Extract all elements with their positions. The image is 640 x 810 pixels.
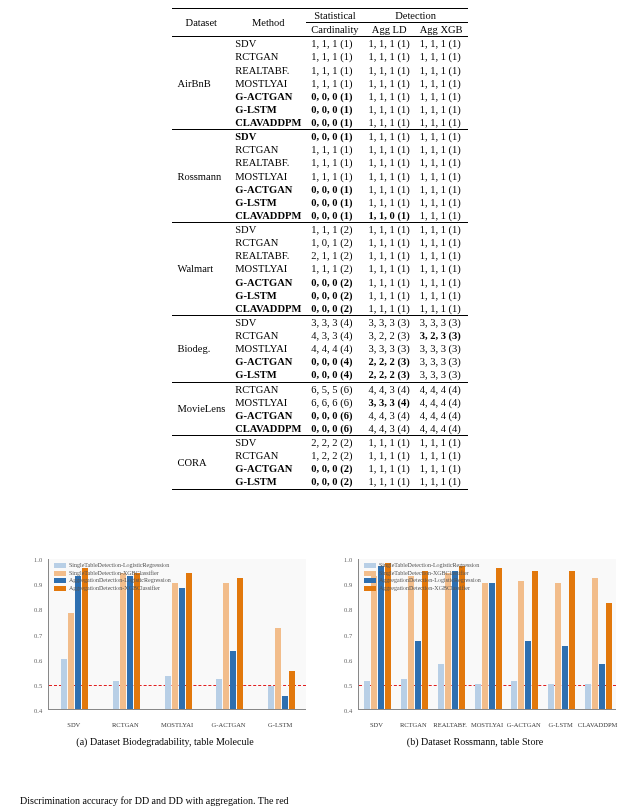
- cardinality-cell: 0, 0, 0 (1): [306, 209, 363, 223]
- table-row: Biodeg.SDV3, 3, 3 (4)3, 3, 3 (3)3, 3, 3 …: [172, 315, 467, 329]
- aggxgb-cell: 1, 1, 1 (1): [415, 462, 468, 475]
- x-tick: CLAVADDPM: [578, 721, 618, 728]
- aggld-cell: 1, 1, 1 (1): [364, 196, 415, 209]
- aggxgb-cell: 3, 3, 3 (3): [415, 342, 468, 355]
- cardinality-cell: 3, 3, 3 (4): [306, 315, 363, 329]
- legend-swatch: [54, 578, 66, 583]
- cardinality-cell: 6, 6, 6 (6): [306, 396, 363, 409]
- bar: [599, 664, 605, 709]
- method-cell: RCTGAN: [230, 382, 306, 396]
- aggld-cell: 4, 4, 3 (4): [364, 422, 415, 436]
- legend-label: SingleTableDetection-XGBClassifier: [379, 570, 469, 578]
- x-tick: MOSTLYAI: [471, 721, 503, 728]
- bar: [415, 641, 421, 709]
- cardinality-cell: 1, 1, 1 (2): [306, 262, 363, 275]
- y-tick: 0.6: [34, 656, 42, 663]
- method-cell: G-LSTM: [230, 475, 306, 489]
- method-cell: G-LSTM: [230, 289, 306, 302]
- aggxgb-cell: 4, 4, 4 (4): [415, 396, 468, 409]
- hdr-statistical: Statistical: [306, 9, 363, 23]
- cardinality-cell: 0, 0, 0 (4): [306, 368, 363, 382]
- cardinality-cell: 0, 0, 0 (6): [306, 409, 363, 422]
- legend-label: SingleTableDetection-LogisticRegression: [379, 562, 479, 570]
- method-cell: CLAVADDPM: [230, 302, 306, 316]
- chart-a: Classification Accuracy 0.40.50.60.70.80…: [20, 555, 310, 730]
- legend-label: AggregationDetection-XGBClassifier: [69, 585, 160, 593]
- aggld-cell: 1, 1, 0 (1): [364, 209, 415, 223]
- aggxgb-cell: 1, 1, 1 (1): [415, 90, 468, 103]
- cardinality-cell: 1, 1, 1 (1): [306, 37, 363, 51]
- method-cell: G-ACTGAN: [230, 355, 306, 368]
- cardinality-cell: 0, 0, 0 (2): [306, 475, 363, 489]
- aggld-cell: 1, 1, 1 (1): [364, 64, 415, 77]
- method-cell: SDV: [230, 315, 306, 329]
- bar: [216, 679, 222, 709]
- aggxgb-cell: 1, 1, 1 (1): [415, 302, 468, 316]
- aggld-cell: 3, 3, 3 (3): [364, 315, 415, 329]
- bar: [532, 571, 538, 709]
- aggxgb-cell: 1, 1, 1 (1): [415, 249, 468, 262]
- bar: [186, 573, 192, 709]
- aggxgb-cell: 4, 4, 4 (4): [415, 422, 468, 436]
- method-cell: MOSTLYAI: [230, 262, 306, 275]
- bar: [237, 578, 243, 709]
- aggxgb-cell: 1, 1, 1 (1): [415, 170, 468, 183]
- cardinality-cell: 0, 0, 0 (2): [306, 462, 363, 475]
- cardinality-cell: 2, 1, 1 (2): [306, 249, 363, 262]
- method-cell: SDV: [230, 223, 306, 237]
- bar: [75, 576, 81, 709]
- legend: SingleTableDetection-LogisticRegressionS…: [364, 562, 481, 592]
- aggxgb-cell: 1, 1, 1 (1): [415, 116, 468, 130]
- aggxgb-cell: 3, 3, 3 (3): [415, 315, 468, 329]
- method-cell: REALTABF.: [230, 249, 306, 262]
- cardinality-cell: 0, 0, 0 (1): [306, 183, 363, 196]
- hdr-method: Method: [230, 9, 306, 37]
- method-cell: RCTGAN: [230, 449, 306, 462]
- aggxgb-cell: 1, 1, 1 (1): [415, 262, 468, 275]
- aggld-cell: 3, 3, 3 (4): [364, 396, 415, 409]
- bar: [482, 583, 488, 709]
- y-tick: 0.9: [34, 581, 42, 588]
- bar: [120, 573, 126, 709]
- legend: SingleTableDetection-LogisticRegressionS…: [54, 562, 171, 592]
- bar: [562, 646, 568, 709]
- aggld-cell: 1, 1, 1 (1): [364, 302, 415, 316]
- aggxgb-cell: 1, 1, 1 (1): [415, 289, 468, 302]
- x-tick: G-ACTGAN: [212, 721, 246, 728]
- method-cell: MOSTLYAI: [230, 77, 306, 90]
- bar: [438, 664, 444, 709]
- y-tick: 0.6: [344, 656, 352, 663]
- cardinality-cell: 1, 0, 1 (2): [306, 236, 363, 249]
- method-cell: REALTABF.: [230, 156, 306, 169]
- aggxgb-cell: 3, 2, 3 (3): [415, 329, 468, 342]
- bar: [289, 671, 295, 709]
- aggld-cell: 1, 1, 1 (1): [364, 276, 415, 289]
- aggld-cell: 2, 2, 2 (3): [364, 368, 415, 382]
- method-cell: G-ACTGAN: [230, 90, 306, 103]
- bar: [606, 603, 612, 709]
- aggxgb-cell: 1, 1, 1 (1): [415, 50, 468, 63]
- dataset-name: Biodeg.: [172, 315, 230, 382]
- x-tick: G-LSTM: [549, 721, 573, 728]
- dataset-name: Walmart: [172, 223, 230, 316]
- bar: [445, 573, 451, 709]
- cardinality-cell: 0, 0, 0 (1): [306, 90, 363, 103]
- method-cell: RCTGAN: [230, 50, 306, 63]
- method-cell: G-LSTM: [230, 103, 306, 116]
- x-tick: REALTABF.: [433, 721, 467, 728]
- legend-label: SingleTableDetection-LogisticRegression: [69, 562, 169, 570]
- y-tick: 0.4: [34, 707, 42, 714]
- aggld-cell: 1, 1, 1 (1): [364, 116, 415, 130]
- method-cell: SDV: [230, 436, 306, 450]
- bar: [230, 651, 236, 709]
- bar: [489, 583, 495, 709]
- aggld-cell: 1, 1, 1 (1): [364, 183, 415, 196]
- cardinality-cell: 1, 1, 1 (1): [306, 170, 363, 183]
- x-tick: G-LSTM: [268, 721, 292, 728]
- aggxgb-cell: 1, 1, 1 (1): [415, 156, 468, 169]
- aggld-cell: 1, 1, 1 (1): [364, 143, 415, 156]
- hdr-aggld: Agg LD: [364, 23, 415, 37]
- aggld-cell: 1, 1, 1 (1): [364, 37, 415, 51]
- y-tick: 0.8: [34, 606, 42, 613]
- bar: [134, 573, 140, 709]
